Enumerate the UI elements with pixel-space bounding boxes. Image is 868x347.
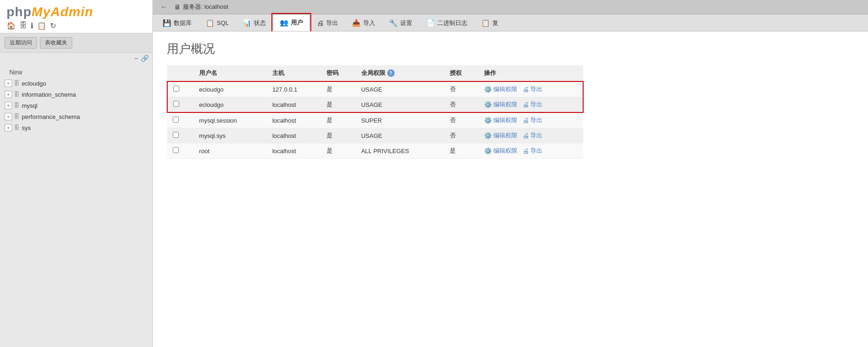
export-label: 导出 [530, 85, 542, 93]
row-password: 是 [321, 128, 356, 143]
edit-icon: ⚙️ [484, 117, 492, 124]
table-row: rootlocalhost是ALL PRIVILEGES是 ⚙️ 编辑权限 🖨 … [167, 143, 583, 159]
expand-icon[interactable]: + [5, 113, 12, 120]
db-icon: 🗄 [14, 80, 19, 87]
row-actions: ⚙️ 编辑权限 🖨 导出 [478, 143, 583, 159]
row-global-privileges: ALL PRIVILEGES [356, 143, 444, 159]
row-username: mysql.session [194, 112, 267, 128]
tab-more[interactable]: 📋 复 [474, 15, 505, 31]
export-link[interactable]: 🖨 导出 [522, 147, 542, 155]
edit-label: 编辑权限 [493, 147, 517, 155]
row-checkbox[interactable] [173, 117, 179, 123]
favorites-btn[interactable]: 表收藏夹 [40, 37, 72, 49]
users-tab-label: 用户 [291, 19, 303, 27]
edit-privileges-link[interactable]: ⚙️ 编辑权限 [484, 85, 517, 93]
db-name: performance_schema [22, 113, 80, 120]
sidebar-db-item[interactable]: + 🗄 ecloudgo [0, 78, 152, 89]
sidebar-db-item[interactable]: + 🗄 performance_schema [0, 111, 152, 122]
row-checkbox[interactable] [173, 132, 179, 138]
database-icon[interactable]: 🗄 [19, 21, 27, 30]
row-username: ecloudgo [194, 97, 267, 113]
row-global-privileges: SUPER [356, 112, 444, 128]
row-username: root [194, 143, 267, 159]
user-table-wrapper: 用户名主机密码全局权限?授权操作 ecloudgo127.0.0.1是USAGE… [167, 65, 584, 159]
nav-tabs: 💾 数据库 📋 SQL 📊 状态 👥 用户 🖨 导出 📥 导入 🔧 设置 📄 二… [153, 14, 868, 31]
settings-tab-label: 设置 [400, 19, 412, 27]
back-button[interactable]: ← [157, 2, 170, 12]
edit-icon: ⚙️ [484, 147, 492, 155]
minimize-icon[interactable]: − [134, 55, 138, 62]
row-password: 是 [321, 81, 356, 97]
row-host: localhost [267, 112, 321, 128]
sidebar-db-item[interactable]: + 🗄 sys [0, 122, 152, 133]
recent-btn[interactable]: 近期访问 [5, 37, 37, 49]
row-host: localhost [267, 143, 321, 159]
db-icon: 🗄 [14, 113, 19, 120]
row-password: 是 [321, 97, 356, 113]
tab-import[interactable]: 📥 导入 [345, 15, 382, 31]
row-checkbox[interactable] [173, 101, 179, 107]
row-username: mysql.sys [194, 128, 267, 143]
tab-export[interactable]: 🖨 导出 [310, 15, 345, 31]
db-name: information_schema [22, 91, 76, 98]
row-global-privileges: USAGE [356, 81, 444, 97]
row-checkbox-cell [167, 143, 194, 159]
expand-icon[interactable]: + [5, 102, 12, 109]
row-password: 是 [321, 112, 356, 128]
copy-icon[interactable]: 📋 [37, 21, 46, 30]
sql-tab-label: SQL [217, 19, 229, 26]
logo-icons: 🏠 🗄 ℹ 📋 ↻ [6, 21, 146, 30]
edit-label: 编辑权限 [493, 116, 517, 124]
edit-privileges-link[interactable]: ⚙️ 编辑权限 [484, 131, 517, 140]
logo-admin: Admin [50, 5, 93, 19]
sidebar: phpMyAdmin 🏠 🗄 ℹ 📋 ↻ 近期访问 表收藏夹 − 🔗 New +… [0, 0, 153, 347]
col-header-actions: 操作 [478, 65, 583, 81]
edit-privileges-link[interactable]: ⚙️ 编辑权限 [484, 116, 517, 124]
sidebar-db-item[interactable]: + 🗄 mysql [0, 100, 152, 111]
edit-privileges-link[interactable]: ⚙️ 编辑权限 [484, 100, 517, 109]
row-actions: ⚙️ 编辑权限 🖨 导出 [478, 81, 583, 97]
row-global-privileges: USAGE [356, 128, 444, 143]
tab-sql[interactable]: 📋 SQL [199, 15, 236, 31]
export-link[interactable]: 🖨 导出 [522, 100, 542, 109]
row-actions: ⚙️ 编辑权限 🖨 导出 [478, 112, 583, 128]
expand-icon[interactable]: + [5, 80, 12, 87]
export-link[interactable]: 🖨 导出 [522, 85, 542, 93]
more-tab-label: 复 [492, 19, 498, 27]
db-icon: 🗄 [14, 91, 19, 98]
new-item[interactable]: New [0, 66, 152, 78]
tab-settings[interactable]: 🔧 设置 [382, 15, 419, 31]
global-priv-info-icon[interactable]: ? [387, 69, 395, 77]
col-header-username: 用户名 [194, 65, 267, 81]
export-icon: 🖨 [522, 147, 529, 155]
db-name: ecloudgo [22, 80, 46, 87]
expand-icon[interactable]: + [5, 124, 12, 131]
row-checkbox-cell [167, 112, 194, 128]
export-link[interactable]: 🖨 导出 [522, 131, 542, 140]
tab-status[interactable]: 📊 状态 [236, 15, 273, 31]
status-tab-icon: 📊 [243, 19, 252, 27]
edit-privileges-link[interactable]: ⚙️ 编辑权限 [484, 147, 517, 155]
row-actions: ⚙️ 编辑权限 🖨 导出 [478, 128, 583, 143]
tab-binlog[interactable]: 📄 二进制日志 [419, 15, 474, 31]
sidebar-db-item[interactable]: + 🗄 information_schema [0, 89, 152, 100]
row-checkbox-cell [167, 97, 194, 113]
row-checkbox-cell [167, 128, 194, 143]
help-icon[interactable]: ℹ [31, 21, 33, 30]
db-name: sys [22, 124, 31, 131]
edit-icon: ⚙️ [484, 86, 492, 93]
home-icon[interactable]: 🏠 [6, 21, 16, 30]
export-link[interactable]: 🖨 导出 [522, 116, 542, 124]
col-header-host: 主机 [267, 65, 321, 81]
row-checkbox[interactable] [173, 86, 179, 92]
edit-label: 编辑权限 [493, 85, 517, 93]
tab-users[interactable]: 👥 用户 [273, 14, 310, 31]
import-tab-icon: 📥 [352, 19, 361, 27]
tab-database[interactable]: 💾 数据库 [156, 15, 199, 31]
row-checkbox[interactable] [173, 147, 179, 153]
topbar: ← 🖥 服务器: localhost [153, 0, 868, 14]
link-icon[interactable]: 🔗 [141, 55, 149, 62]
export-label: 导出 [530, 100, 542, 109]
expand-icon[interactable]: + [5, 91, 12, 98]
refresh-icon[interactable]: ↻ [50, 21, 56, 30]
